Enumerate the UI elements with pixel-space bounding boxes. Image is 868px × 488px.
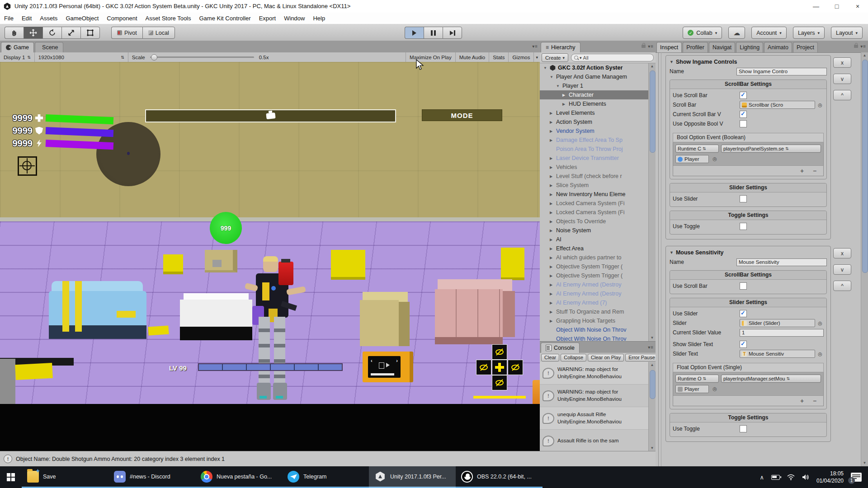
- rotate-tool-icon[interactable]: [42, 27, 61, 39]
- game-toolbar-button[interactable]: Gizmos: [508, 52, 533, 62]
- step-button[interactable]: [443, 27, 462, 39]
- expand-arrow-icon[interactable]: [556, 84, 561, 88]
- expand-arrow-icon[interactable]: [550, 129, 555, 133]
- tab-hierarchy[interactable]: ≡Hierarchy: [541, 42, 580, 52]
- menu-item[interactable]: Game Kit Controller: [195, 13, 255, 24]
- maximize-button[interactable]: □: [826, 0, 847, 13]
- console-button[interactable]: Collapse: [561, 354, 586, 361]
- scroll-thumb[interactable]: [650, 70, 656, 153]
- name-field[interactable]: Show Ingame Contro: [736, 68, 827, 75]
- tray-chevron-icon[interactable]: ∧: [760, 474, 764, 481]
- menu-item[interactable]: Edit: [18, 13, 36, 24]
- gizmos-caret[interactable]: ▾: [533, 52, 540, 62]
- menu-item[interactable]: Window: [280, 13, 309, 24]
- hierarchy-item[interactable]: Action System: [540, 117, 656, 127]
- expand-arrow-icon[interactable]: [550, 156, 555, 160]
- object-picker-icon[interactable]: ◎: [816, 101, 824, 108]
- taskbar-app[interactable]: OBS 22.0.2 (64-bit, ...: [456, 466, 542, 488]
- hierarchy-item[interactable]: Slice System: [540, 181, 656, 190]
- lock-icon[interactable]: [642, 45, 646, 48]
- expand-arrow-icon[interactable]: [550, 274, 555, 278]
- current-slider-value-field[interactable]: 1: [740, 329, 824, 337]
- remove-event-button[interactable]: −: [811, 167, 819, 174]
- display-dropdown[interactable]: Display 1⇅: [0, 52, 35, 62]
- scale-knob[interactable]: [151, 54, 157, 61]
- create-button[interactable]: Create▾: [542, 53, 568, 62]
- hierarchy-item[interactable]: Damage Effect Area To Sp: [540, 136, 656, 145]
- panel-menu-icon[interactable]: ▾≡: [642, 44, 654, 49]
- hierarchy-item[interactable]: GKC 3.02f Action Syster: [540, 63, 656, 72]
- resolution-dropdown[interactable]: 868x488⇅: [35, 52, 128, 62]
- use-scroll-bar-checkbox[interactable]: [740, 92, 747, 99]
- expand-arrow-icon[interactable]: [550, 247, 555, 251]
- expand-arrow-icon[interactable]: [550, 319, 555, 323]
- hierarchy-scrollbar[interactable]: ▲ ▼: [648, 63, 656, 341]
- expand-arrow-icon[interactable]: [550, 301, 555, 305]
- cloud-button[interactable]: ☁: [728, 27, 745, 39]
- expand-arrow-icon[interactable]: [550, 283, 555, 287]
- speaker-icon[interactable]: [802, 474, 809, 480]
- taskbar-app[interactable]: Unity 2017.1.0f3 Per...: [369, 466, 456, 488]
- move-down-button[interactable]: v: [833, 74, 851, 84]
- hierarchy-item[interactable]: Grappling Hook Targets: [540, 316, 656, 325]
- object-picker-icon[interactable]: ◎: [711, 155, 718, 162]
- move-up-button[interactable]: ^: [833, 90, 851, 100]
- hierarchy-item[interactable]: Locked Camera System (Fi: [540, 199, 656, 208]
- inspector-tab[interactable]: Lighting: [736, 42, 763, 52]
- use-opposite-bool-checkbox[interactable]: [740, 120, 747, 127]
- expand-arrow-icon[interactable]: [550, 202, 555, 206]
- use-toggle-checkbox[interactable]: [740, 425, 747, 432]
- scroll-down-icon[interactable]: ▼: [649, 445, 656, 451]
- component-header[interactable]: ▼Show Ingame Controls: [670, 57, 827, 66]
- hierarchy-item[interactable]: Object With Noise On Throv: [540, 334, 656, 341]
- expand-arrow-icon[interactable]: [550, 165, 555, 169]
- move-up-button[interactable]: ^: [833, 281, 851, 291]
- hierarchy-item[interactable]: Locked Camera System (Fi: [540, 208, 656, 217]
- hierarchy-item[interactable]: Level Stuff (check before r: [540, 172, 656, 181]
- wifi-icon[interactable]: [787, 474, 795, 480]
- expand-arrow-icon[interactable]: [550, 111, 555, 115]
- hierarchy-item[interactable]: Effect Area: [540, 244, 656, 253]
- taskbar-app[interactable]: Telegram: [282, 466, 369, 488]
- expand-arrow-icon[interactable]: [550, 138, 555, 142]
- hierarchy-item[interactable]: Player 1: [540, 81, 656, 90]
- scroll-down-icon[interactable]: ▼: [861, 460, 868, 466]
- local-button[interactable]: Local: [142, 27, 175, 39]
- collab-button[interactable]: ✓Collab▾: [683, 27, 722, 39]
- rect-tool-icon[interactable]: [80, 27, 100, 39]
- game-toolbar-button[interactable]: Maximize On Play: [406, 52, 455, 62]
- hierarchy-item[interactable]: AI Enemy Armed (7): [540, 298, 656, 307]
- foldout-icon[interactable]: ▼: [670, 60, 674, 64]
- start-button[interactable]: [0, 466, 22, 488]
- menu-item[interactable]: Assets: [36, 13, 61, 24]
- hierarchy-item[interactable]: HUD Elements: [540, 99, 656, 108]
- hierarchy-item[interactable]: AI which guides partner to: [540, 253, 656, 262]
- expand-arrow-icon[interactable]: [550, 211, 555, 215]
- layers-button[interactable]: Layers▾: [793, 27, 825, 39]
- notification-center-icon[interactable]: 1: [851, 473, 862, 482]
- inspector-tab[interactable]: Profiler: [683, 42, 708, 52]
- inspector-tab[interactable]: Navigat: [709, 42, 735, 52]
- console-log-entry[interactable]: ! WARNING: map object forUnityEngine.Mon…: [540, 362, 656, 385]
- hierarchy-item[interactable]: AI: [540, 235, 656, 244]
- expand-arrow-icon[interactable]: [550, 174, 555, 178]
- view-tab[interactable]: Game: [1, 42, 34, 52]
- expand-arrow-icon[interactable]: [550, 292, 555, 296]
- search-input[interactable]: ▾All: [571, 54, 654, 61]
- close-button[interactable]: ×: [847, 0, 868, 13]
- account-button[interactable]: Account▾: [751, 27, 787, 39]
- foldout-icon[interactable]: ▼: [670, 250, 674, 255]
- menu-item[interactable]: Component: [103, 13, 141, 24]
- event-target-object-field[interactable]: Player: [675, 385, 709, 393]
- menu-item[interactable]: File: [0, 13, 18, 24]
- move-down-button[interactable]: v: [833, 264, 851, 275]
- scroll-thumb[interactable]: [650, 370, 656, 399]
- add-event-button[interactable]: +: [798, 167, 806, 174]
- current-scroll-bar-value-checkbox[interactable]: [740, 111, 747, 118]
- status-bar[interactable]: ! Object Name: Double Shotgun Ammo Amoun…: [0, 451, 656, 466]
- expand-arrow-icon[interactable]: [550, 120, 555, 124]
- console-button[interactable]: Error Pause: [625, 354, 656, 361]
- menu-item[interactable]: GameObject: [61, 13, 103, 24]
- use-slider-checkbox[interactable]: [740, 195, 747, 202]
- expand-arrow-icon[interactable]: [550, 229, 555, 233]
